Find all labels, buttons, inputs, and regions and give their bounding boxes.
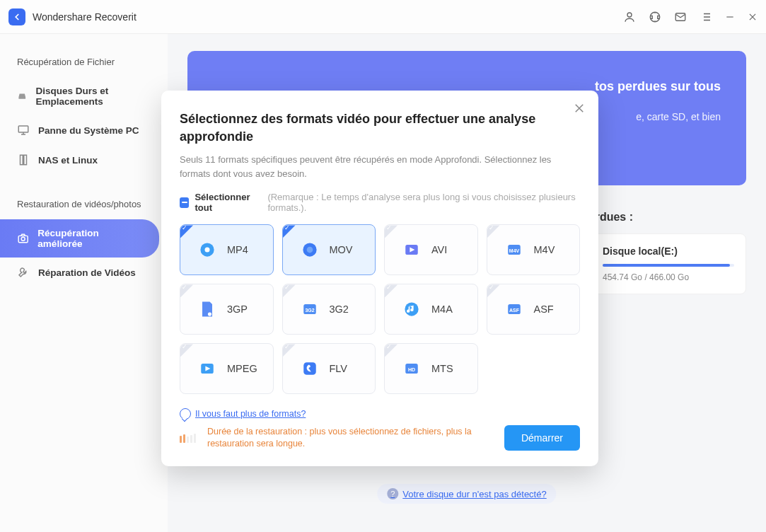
- format-icon: [197, 359, 217, 378]
- format-label: MOV: [330, 244, 353, 255]
- svg-point-11: [306, 247, 313, 253]
- svg-text:M4V: M4V: [509, 248, 519, 253]
- format-tile-3gp[interactable]: 3GP: [180, 284, 274, 335]
- format-icon: [300, 359, 320, 378]
- format-tile-3g2[interactable]: 3G23G2: [282, 284, 376, 335]
- select-all-row[interactable]: Sélectionner tout (Remarque : Le temps d…: [180, 192, 580, 213]
- check-corner-icon: [180, 344, 193, 357]
- format-tile-mpeg[interactable]: MPEG: [180, 343, 274, 394]
- format-icon: [300, 240, 320, 260]
- check-corner-icon: [283, 284, 296, 297]
- start-button[interactable]: Démarrer: [504, 425, 580, 451]
- format-tile-mov[interactable]: MOV: [282, 224, 376, 275]
- duration-text: Durée de la restauration : plus vous sél…: [207, 426, 493, 451]
- check-corner-icon: [283, 344, 296, 357]
- format-selection-modal: Sélectionnez des formats vidéo pour effe…: [161, 91, 598, 466]
- format-icon: 3G2: [300, 299, 320, 319]
- format-icon: [402, 299, 422, 319]
- format-tile-m4a[interactable]: M4A: [384, 284, 478, 335]
- need-more-text: Il vous faut plus de formats?: [195, 409, 306, 419]
- format-tile-mts[interactable]: HDMTS: [384, 343, 478, 394]
- format-icon: ASF: [504, 299, 524, 319]
- format-tile-m4v[interactable]: M4VM4V: [487, 224, 581, 275]
- format-icon: [197, 240, 217, 260]
- svg-point-15: [208, 313, 211, 316]
- need-more-formats-link[interactable]: Il vous faut plus de formats?: [180, 408, 580, 420]
- format-label: M4V: [534, 244, 555, 255]
- svg-text:ASF: ASF: [509, 308, 520, 313]
- check-corner-icon: [283, 225, 296, 238]
- svg-text:3G2: 3G2: [305, 308, 314, 313]
- check-corner-icon: [180, 284, 193, 297]
- check-corner-icon: [487, 225, 500, 238]
- format-tile-asf[interactable]: ASFASF: [487, 284, 581, 335]
- format-label: MPEG: [227, 363, 257, 374]
- duration-bars-icon: [180, 434, 196, 443]
- chat-icon: [180, 408, 191, 420]
- check-corner-icon: [385, 284, 397, 297]
- modal-title: Sélectionnez des formats vidéo pour effe…: [180, 110, 580, 146]
- modal-subtitle: Seuls 11 formats spécifiques peuvent êtr…: [180, 153, 580, 180]
- check-corner-icon: [385, 344, 397, 357]
- svg-point-9: [205, 248, 210, 253]
- format-icon: [402, 240, 422, 260]
- format-tile-flv[interactable]: FLV: [282, 343, 376, 394]
- format-label: FLV: [330, 363, 348, 374]
- close-icon[interactable]: [573, 102, 586, 115]
- format-tile-mp4[interactable]: MP4: [180, 224, 274, 275]
- format-icon: [197, 299, 217, 319]
- format-icon: M4V: [504, 240, 524, 260]
- format-label: 3GP: [227, 303, 248, 315]
- format-grid: MP4MOVAVIM4VM4V3GP3G23G2M4AASFASFMPEGFLV…: [180, 224, 580, 394]
- svg-rect-22: [303, 363, 316, 376]
- format-label: ASF: [534, 303, 554, 315]
- format-icon: HD: [402, 359, 422, 378]
- format-label: 3G2: [330, 303, 349, 315]
- select-all-label: Sélectionner tout: [195, 192, 262, 213]
- select-all-checkbox[interactable]: [180, 197, 189, 208]
- select-all-note: (Remarque : Le temps d'analyse sera plus…: [267, 192, 580, 213]
- format-tile-avi[interactable]: AVI: [384, 224, 478, 275]
- format-label: MP4: [227, 244, 248, 255]
- format-label: AVI: [431, 244, 447, 255]
- check-corner-icon: [180, 225, 193, 238]
- format-label: M4A: [431, 303, 453, 315]
- check-corner-icon: [487, 284, 500, 297]
- check-corner-icon: [385, 225, 397, 238]
- format-label: MTS: [431, 363, 453, 374]
- svg-text:HD: HD: [408, 367, 415, 372]
